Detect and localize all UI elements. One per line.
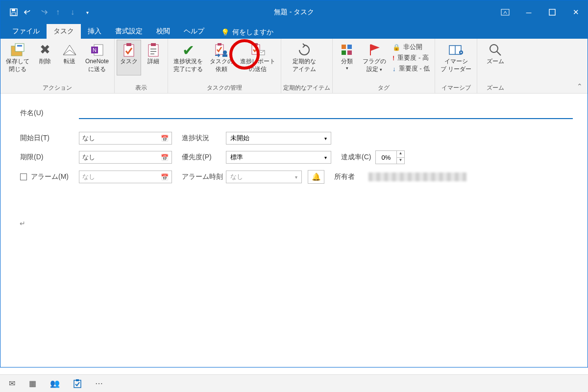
chevron-down-icon: ▾ <box>295 174 297 180</box>
task-view-icon <box>120 42 138 58</box>
tab-review[interactable]: 校閲 <box>149 24 177 39</box>
mail-nav-icon[interactable]: ✉ <box>9 379 15 388</box>
immersive-reader-button[interactable]: イマーシ ブ リーダー <box>437 40 475 75</box>
tell-me-search[interactable]: 💡 何をしますか <box>216 26 278 39</box>
importance-low-button[interactable]: ↓重要度 - 低 <box>392 63 430 74</box>
svg-rect-16 <box>150 51 156 52</box>
chevron-down-icon: ▾ <box>324 155 327 160</box>
collapse-ribbon-button[interactable]: ⌃ <box>577 82 583 90</box>
svg-rect-26 <box>347 45 352 49</box>
tab-file[interactable]: ファイル <box>5 24 47 39</box>
onenote-button[interactable]: N OneNote に送る <box>82 40 112 75</box>
ribbon-group-tags: 分類 ▾ フラグの 設定 ▾ 🔒非公開 !重要度 - 高 ↓重要度 - 低 タグ <box>333 39 435 93</box>
alarm-date-input[interactable]: なし 📅 <box>79 171 172 183</box>
svg-rect-7 <box>17 45 22 47</box>
calendar-nav-icon[interactable]: ▦ <box>29 379 36 388</box>
delete-icon: ✖ <box>36 42 54 58</box>
svg-rect-2 <box>12 13 16 15</box>
due-date-label: 期限(D) <box>20 153 79 162</box>
private-toggle[interactable]: 🔒非公開 <box>392 42 430 52</box>
svg-rect-11 <box>124 45 134 56</box>
percent-complete-spinner[interactable]: 0% ▲▼ <box>375 150 405 164</box>
importance-high-button[interactable]: !重要度 - 高 <box>392 52 430 63</box>
zoom-button[interactable]: ズーム <box>479 40 512 75</box>
spinner-up-icon[interactable]: ▲ <box>397 151 404 158</box>
forward-button[interactable]: 転送 <box>57 40 82 75</box>
alarm-time-label: アラーム時刻 <box>182 172 226 181</box>
prev-item-icon[interactable]: ↑ <box>53 8 62 17</box>
alarm-checkbox[interactable] <box>20 173 27 180</box>
recurrence-icon <box>295 42 313 58</box>
save-icon[interactable] <box>9 8 18 17</box>
ribbon-group-actions: 保存して 閉じる ✖ 削除 転送 N OneNot <box>0 39 115 93</box>
svg-rect-15 <box>150 49 156 49</box>
details-view-button[interactable]: 詳細 <box>141 40 166 75</box>
due-date-input[interactable]: なし 📅 <box>79 151 172 164</box>
task-view-button[interactable]: タスク <box>117 40 141 75</box>
qat-dropdown-icon[interactable]: ▾ <box>83 8 92 17</box>
svg-rect-12 <box>126 43 131 46</box>
ribbon-group-zoom: ズーム ズーム <box>477 39 514 93</box>
assign-task-button[interactable]: タスクの 依頼 <box>206 40 237 75</box>
undo-icon[interactable] <box>24 8 33 17</box>
lightbulb-icon: 💡 <box>221 28 229 36</box>
maximize-button[interactable] <box>540 0 564 24</box>
alarm-time-dropdown[interactable]: なし ▾ <box>226 171 302 183</box>
subject-input[interactable] <box>79 107 573 119</box>
spinner-down-icon[interactable]: ▼ <box>397 158 404 164</box>
svg-rect-1 <box>12 9 15 11</box>
priority-dropdown[interactable]: 標準 ▾ <box>226 151 331 164</box>
start-date-input[interactable]: なし 📅 <box>79 132 172 145</box>
navigation-bar: ✉ ▦ 👥 ⋯ <box>0 374 588 392</box>
details-view-icon <box>145 42 162 58</box>
assign-task-icon <box>213 42 230 58</box>
task-body-area[interactable]: ↵ <box>20 220 25 227</box>
svg-text:N: N <box>93 47 97 53</box>
task-form: 件名(U) 開始日(T) なし 📅 進捗状況 未開始 ▾ 期限(D) なし 📅 … <box>0 94 588 367</box>
importance-low-icon: ↓ <box>392 65 396 73</box>
people-nav-icon[interactable]: 👥 <box>50 379 60 388</box>
bell-icon: 🔔 <box>312 172 321 181</box>
svg-rect-6 <box>15 44 24 51</box>
tab-help[interactable]: ヘルプ <box>177 24 211 39</box>
title-bar: ↑ ↓ ▾ 無題 - タスク ─ ✕ <box>0 0 588 24</box>
complete-label: 達成率(C) <box>341 153 375 162</box>
more-nav-icon[interactable]: ⋯ <box>95 379 103 388</box>
tab-format[interactable]: 書式設定 <box>108 24 149 39</box>
svg-rect-32 <box>76 379 79 381</box>
zoom-icon <box>487 42 504 58</box>
ribbon-group-immersive: イマーシ ブ リーダー イマーシブ <box>435 39 477 93</box>
alarm-label: アラーム(M) <box>31 172 69 181</box>
follow-up-button[interactable]: フラグの 設定 ▾ <box>359 40 390 75</box>
svg-rect-25 <box>342 45 346 49</box>
start-date-label: 開始日(T) <box>20 134 79 143</box>
recurrence-button[interactable]: 定期的な アイテム <box>283 40 325 75</box>
send-status-report-button[interactable]: 進捗レポート の送信 <box>237 40 279 75</box>
immersive-reader-icon <box>447 42 465 58</box>
tab-task[interactable]: タスク <box>47 24 81 39</box>
menu-bar: ファイル タスク 挿入 書式設定 校閲 ヘルプ 💡 何をしますか <box>0 24 588 39</box>
tasks-nav-icon[interactable] <box>74 379 81 388</box>
tell-me-label: 何をしますか <box>232 28 273 37</box>
tab-insert[interactable]: 挿入 <box>81 24 108 39</box>
ribbon-options-button[interactable] <box>493 0 517 24</box>
window-title: 無題 - タスク <box>274 8 314 17</box>
status-dropdown[interactable]: 未開始 ▾ <box>226 132 331 145</box>
redo-icon[interactable] <box>39 8 48 17</box>
svg-rect-4 <box>549 9 555 15</box>
minimize-button[interactable]: ─ <box>517 0 540 24</box>
ribbon-group-recurrence: 定期的な アイテム 定期的なアイテム <box>281 39 333 93</box>
svg-rect-19 <box>218 43 221 46</box>
alarm-sound-button[interactable]: 🔔 <box>308 170 324 184</box>
subject-label: 件名(U) <box>20 109 79 118</box>
delete-button[interactable]: ✖ 削除 <box>33 40 57 75</box>
next-item-icon[interactable]: ↓ <box>68 8 77 17</box>
svg-rect-28 <box>347 50 352 55</box>
save-close-button[interactable]: 保存して 閉じる <box>2 40 33 75</box>
categorize-button[interactable]: 分類 ▾ <box>335 40 359 74</box>
checkmark-icon: ✔ <box>179 42 197 58</box>
mark-complete-button[interactable]: ✔ 進捗状況を 完了にする <box>170 40 206 75</box>
svg-rect-17 <box>150 53 154 54</box>
close-button[interactable]: ✕ <box>564 0 588 24</box>
svg-rect-3 <box>501 9 509 15</box>
